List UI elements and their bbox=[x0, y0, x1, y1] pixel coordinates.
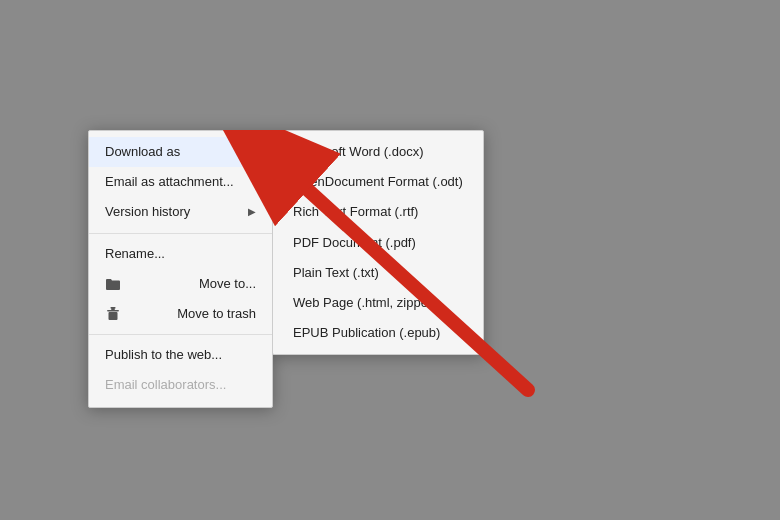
menu-item-move-to-label: Move to... bbox=[199, 275, 256, 293]
chevron-right-icon: ▶ bbox=[248, 145, 256, 159]
folder-icon bbox=[105, 276, 121, 292]
menu-item-epub[interactable]: EPUB Publication (.epub) bbox=[273, 318, 483, 348]
menu-item-download-as[interactable]: Download as ▶ bbox=[89, 137, 272, 167]
trash-icon bbox=[105, 306, 121, 322]
svg-rect-3 bbox=[111, 307, 116, 309]
chevron-right-icon-2: ▶ bbox=[248, 205, 256, 219]
menu-item-rename[interactable]: Rename... bbox=[89, 239, 272, 269]
menu-item-version-history[interactable]: Version history ▶ bbox=[89, 197, 272, 227]
menu-item-rtf-label: Rich Text Format (.rtf) bbox=[293, 203, 418, 221]
menu-item-word-label: Microsoft Word (.docx) bbox=[293, 143, 424, 161]
menu-item-move-to-trash-label: Move to trash bbox=[177, 305, 256, 323]
svg-rect-0 bbox=[107, 310, 119, 312]
menu-item-pdf-label: PDF Document (.pdf) bbox=[293, 234, 416, 252]
primary-menu: Download as ▶ Email as attachment... Ver… bbox=[88, 130, 273, 408]
menu-item-publish-web[interactable]: Publish to the web... bbox=[89, 340, 272, 370]
menu-item-pdf[interactable]: PDF Document (.pdf) bbox=[273, 228, 483, 258]
menu-item-txt-label: Plain Text (.txt) bbox=[293, 264, 379, 282]
menu-item-email-collaborators-label: Email collaborators... bbox=[105, 376, 226, 394]
menu-item-download-as-label: Download as bbox=[105, 143, 180, 161]
divider-2 bbox=[89, 334, 272, 335]
menu-item-email-attachment-label: Email as attachment... bbox=[105, 173, 234, 191]
menu-item-email-attachment[interactable]: Email as attachment... bbox=[89, 167, 272, 197]
menu-item-epub-label: EPUB Publication (.epub) bbox=[293, 324, 440, 342]
menu-item-version-history-label: Version history bbox=[105, 203, 190, 221]
menu-item-word[interactable]: Microsoft Word (.docx) bbox=[273, 137, 483, 167]
menu-item-rtf[interactable]: Rich Text Format (.rtf) bbox=[273, 197, 483, 227]
menu-item-rename-label: Rename... bbox=[105, 245, 165, 263]
context-menu-container: Download as ▶ Email as attachment... Ver… bbox=[88, 130, 484, 408]
menu-item-move-to-trash[interactable]: Move to trash bbox=[89, 299, 272, 329]
svg-rect-1 bbox=[109, 312, 118, 320]
divider-1 bbox=[89, 233, 272, 234]
menu-item-email-collaborators: Email collaborators... bbox=[89, 370, 272, 400]
menu-item-txt[interactable]: Plain Text (.txt) bbox=[273, 258, 483, 288]
menu-item-publish-web-label: Publish to the web... bbox=[105, 346, 222, 364]
secondary-menu: Microsoft Word (.docx) OpenDocument Form… bbox=[272, 130, 484, 355]
menu-item-html[interactable]: Web Page (.html, zipped) bbox=[273, 288, 483, 318]
menu-item-html-label: Web Page (.html, zipped) bbox=[293, 294, 439, 312]
menu-item-odt-label: OpenDocument Format (.odt) bbox=[293, 173, 463, 191]
menu-item-move-to[interactable]: Move to... bbox=[89, 269, 272, 299]
menu-item-odt[interactable]: OpenDocument Format (.odt) bbox=[273, 167, 483, 197]
